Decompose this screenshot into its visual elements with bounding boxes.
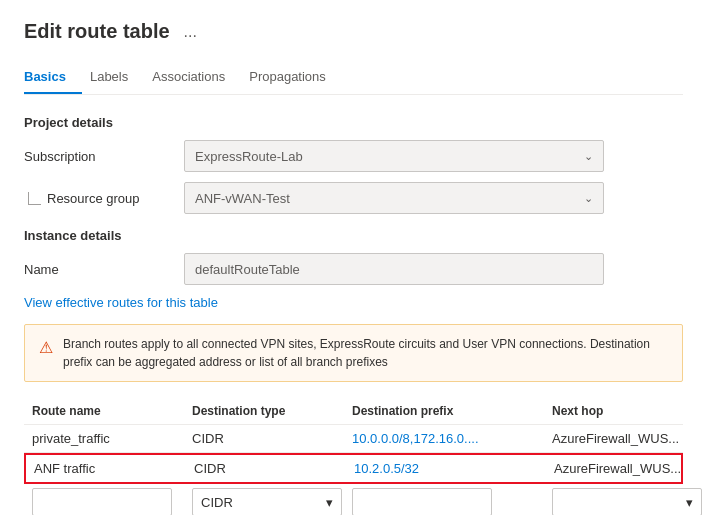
subscription-select[interactable]: ExpressRoute-Lab ⌄ [184,140,604,172]
next-hop-cell: AzureFirewall_WUS... [552,431,707,446]
resource-group-chevron-icon: ⌄ [584,192,593,205]
col-header-destination-prefix: Destination prefix [352,404,552,418]
resource-group-select[interactable]: ANF-vWAN-Test ⌄ [184,182,604,214]
routes-table: Route name Destination type Destination … [24,398,683,515]
name-field[interactable]: defaultRouteTable [184,253,604,285]
destination-type-cell: CIDR [194,461,354,476]
resource-group-label: Resource group [24,191,184,206]
destination-prefix-cell[interactable]: 10.2.0.5/32 [354,461,554,476]
subscription-chevron-icon: ⌄ [584,150,593,163]
warning-text: Branch routes apply to all connected VPN… [63,335,668,371]
table-input-row: CIDR ▾ ▾ [24,484,683,515]
new-next-hop-select[interactable]: ▾ [552,488,702,515]
destination-type-select-value: CIDR [201,495,233,510]
resource-group-value: ANF-vWAN-Test [195,191,290,206]
next-hop-chevron-icon: ▾ [686,495,693,510]
view-effective-routes-link[interactable]: View effective routes for this table [24,295,218,310]
next-hop-cell: AzureFirewall_WUS... [554,461,707,476]
resource-group-row: Resource group ANF-vWAN-Test ⌄ [24,182,683,214]
tab-basics[interactable]: Basics [24,61,82,94]
route-name-cell: private_traffic [32,431,192,446]
tab-labels[interactable]: Labels [90,61,144,94]
destination-prefix-cell[interactable]: 10.0.0.0/8,172.16.0.... [352,431,552,446]
new-route-name-input[interactable] [32,488,172,515]
new-destination-prefix-input[interactable] [352,488,492,515]
col-header-next-hop: Next hop [552,404,707,418]
table-row[interactable]: private_traffic CIDR 10.0.0.0/8,172.16.0… [24,425,683,453]
table-header: Route name Destination type Destination … [24,398,683,425]
subscription-value: ExpressRoute-Lab [195,149,303,164]
tab-propagations[interactable]: Propagations [249,61,342,94]
subscription-label: Subscription [24,149,184,164]
route-name-cell: ANF traffic [34,461,194,476]
col-header-route-name: Route name [32,404,192,418]
name-value: defaultRouteTable [195,262,300,277]
warning-icon: ⚠ [39,336,53,360]
destination-type-cell: CIDR [192,431,352,446]
subscription-row: Subscription ExpressRoute-Lab ⌄ [24,140,683,172]
warning-box: ⚠ Branch routes apply to all connected V… [24,324,683,382]
tab-associations[interactable]: Associations [152,61,241,94]
col-header-destination-type: Destination type [192,404,352,418]
name-row: Name defaultRouteTable [24,253,683,285]
project-details-title: Project details [24,115,683,130]
ellipsis-button[interactable]: ... [178,21,203,43]
name-label: Name [24,262,184,277]
tabs-row: Basics Labels Associations Propagations [24,61,683,95]
page-title: Edit route table [24,20,170,43]
instance-details-title: Instance details [24,228,683,243]
new-destination-type-select[interactable]: CIDR ▾ [192,488,342,515]
table-row[interactable]: ANF traffic CIDR 10.2.0.5/32 AzureFirewa… [24,453,683,484]
destination-type-chevron-icon: ▾ [326,495,333,510]
